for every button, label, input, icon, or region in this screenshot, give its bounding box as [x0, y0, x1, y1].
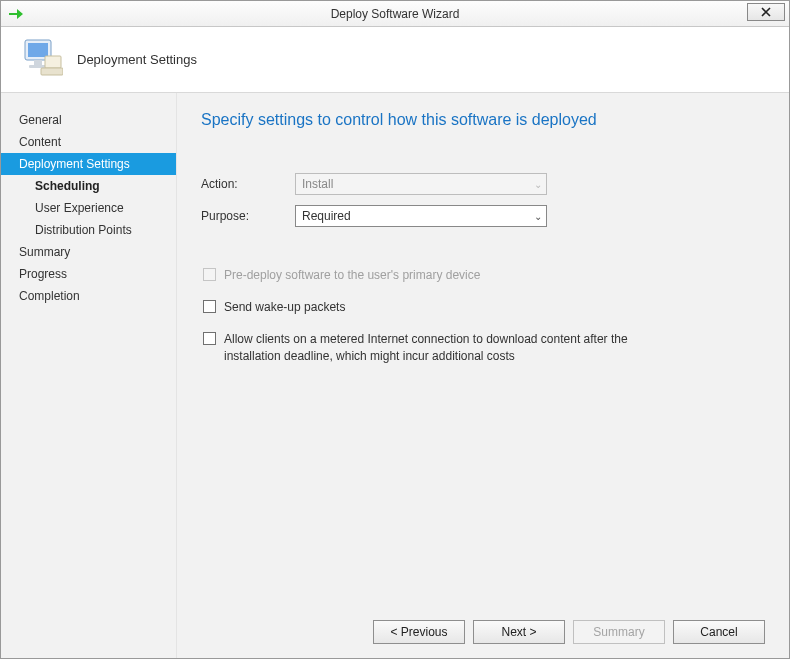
computer-icon [19, 38, 63, 81]
page-title: Specify settings to control how this sof… [201, 111, 761, 129]
svg-rect-1 [28, 43, 48, 57]
previous-button[interactable]: < Previous [373, 620, 465, 644]
sidebar-item-summary[interactable]: Summary [1, 241, 176, 263]
cancel-button[interactable]: Cancel [673, 620, 765, 644]
sidebar: General Content Deployment Settings Sche… [1, 93, 177, 658]
purpose-label: Purpose: [201, 209, 295, 223]
summary-button: Summary [573, 620, 665, 644]
checkbox-icon [203, 300, 216, 313]
metered-label: Allow clients on a metered Internet conn… [224, 331, 663, 363]
svg-rect-5 [41, 68, 63, 75]
page-heading: Deployment Settings [77, 52, 197, 67]
chevron-down-icon: ⌄ [534, 211, 542, 222]
sidebar-item-content[interactable]: Content [1, 131, 176, 153]
sidebar-item-progress[interactable]: Progress [1, 263, 176, 285]
titlebar: Deploy Software Wizard [1, 1, 789, 27]
sidebar-item-user-experience[interactable]: User Experience [1, 197, 176, 219]
forward-arrow-icon [7, 7, 25, 21]
chevron-down-icon: ⌄ [534, 179, 542, 190]
checkbox-icon [203, 332, 216, 345]
close-button[interactable] [747, 3, 785, 21]
predeploy-checkbox-row: Pre-deploy software to the user's primar… [203, 267, 663, 283]
action-value: Install [302, 177, 333, 191]
action-select: Install ⌄ [295, 173, 547, 195]
action-label: Action: [201, 177, 295, 191]
sidebar-item-completion[interactable]: Completion [1, 285, 176, 307]
svg-rect-2 [34, 60, 42, 65]
wakeup-checkbox-row[interactable]: Send wake-up packets [203, 299, 663, 315]
sidebar-item-scheduling[interactable]: Scheduling [1, 175, 176, 197]
metered-checkbox-row[interactable]: Allow clients on a metered Internet conn… [203, 331, 663, 363]
wakeup-label: Send wake-up packets [224, 299, 345, 315]
predeploy-label: Pre-deploy software to the user's primar… [224, 267, 480, 283]
checkbox-icon [203, 268, 216, 281]
purpose-select[interactable]: Required ⌄ [295, 205, 547, 227]
sidebar-item-distribution-points[interactable]: Distribution Points [1, 219, 176, 241]
window-title: Deploy Software Wizard [1, 7, 789, 21]
main-panel: Specify settings to control how this sof… [177, 93, 789, 658]
purpose-value: Required [302, 209, 351, 223]
next-button[interactable]: Next > [473, 620, 565, 644]
sidebar-item-general[interactable]: General [1, 109, 176, 131]
svg-rect-4 [45, 56, 61, 68]
header-band: Deployment Settings [1, 27, 789, 93]
footer-buttons: < Previous Next > Summary Cancel [373, 620, 765, 644]
sidebar-item-deployment-settings[interactable]: Deployment Settings [1, 153, 176, 175]
